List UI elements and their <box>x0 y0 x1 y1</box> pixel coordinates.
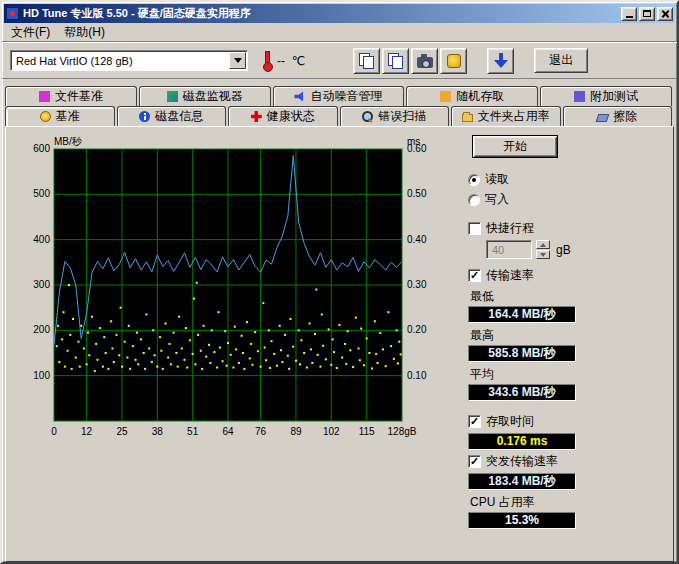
spinner <box>536 240 550 259</box>
share-icon <box>447 54 461 68</box>
svg-text:500: 500 <box>33 188 50 199</box>
drive-select-value: Red Hat VirtIO (128 gB) <box>11 55 229 67</box>
transfer-rate-option[interactable]: ✓ 传输速率 <box>468 267 665 284</box>
avg-label: 平均 <box>470 366 665 383</box>
save-results-button[interactable] <box>487 48 514 74</box>
write-radio[interactable] <box>468 194 480 206</box>
menu-file[interactable]: 文件(F) <box>4 22 57 43</box>
tab-aam[interactable]: 自动噪音管理 <box>273 86 405 106</box>
tab-label: 磁盘监视器 <box>183 88 243 105</box>
short-stroke-checkbox[interactable] <box>468 222 481 235</box>
tab-health[interactable]: 健康状态 <box>228 106 338 126</box>
window-title: HD Tune 专业版 5.50 - 硬盘/固态硬盘实用程序 <box>23 6 251 21</box>
tab-folder-usage[interactable]: 文件夹占用率 <box>451 106 561 126</box>
svg-text:ms: ms <box>407 136 420 147</box>
tab-error-scan[interactable]: 错误扫描 <box>340 106 450 126</box>
access-time-checkbox[interactable]: ✓ <box>468 415 481 428</box>
tab-disk-monitor[interactable]: 磁盘监视器 <box>139 86 271 106</box>
transfer-rate-checkbox[interactable]: ✓ <box>468 269 481 282</box>
tab-row-primary: 基准 磁盘信息 健康状态 错误扫描 文件夹占用率 擦除 <box>2 106 677 126</box>
benchmark-icon <box>40 111 51 122</box>
benchmark-chart: 1002003004005006000.100.200.300.400.500.… <box>14 135 446 441</box>
svg-text:64: 64 <box>222 426 234 437</box>
benchmark-controls: 开始 读取 写入 快捷行程 40 gB <box>454 131 669 561</box>
write-label: 写入 <box>485 191 509 208</box>
avg-value: 343.6 MB/秒 <box>468 384 576 401</box>
read-radio[interactable] <box>468 174 480 186</box>
access-time-option[interactable]: ✓ 存取时间 <box>468 413 665 430</box>
minimize-button[interactable] <box>621 7 637 21</box>
short-stroke-unit: gB <box>556 243 571 257</box>
title-bar: HD Tune 专业版 5.50 - 硬盘/固态硬盘实用程序 <box>4 4 675 23</box>
svg-text:89: 89 <box>290 426 302 437</box>
write-option[interactable]: 写入 <box>468 191 665 208</box>
save-screenshot-button[interactable] <box>411 48 438 74</box>
caption-buttons <box>621 7 673 21</box>
svg-text:100: 100 <box>33 370 50 381</box>
tab-label: 附加测试 <box>590 88 638 105</box>
burst-rate-value: 183.4 MB/秒 <box>468 473 576 490</box>
eraser-icon <box>596 114 610 122</box>
chevron-down-icon <box>234 58 242 63</box>
access-time-value: 0.176 ms <box>468 433 576 450</box>
min-label: 最低 <box>470 288 665 305</box>
maximize-button[interactable] <box>639 7 655 21</box>
svg-text:0.10: 0.10 <box>407 370 427 381</box>
short-stroke-label: 快捷行程 <box>486 220 534 237</box>
copy-text-button[interactable] <box>382 48 409 74</box>
close-icon <box>661 10 669 18</box>
burst-rate-option[interactable]: ✓ 突发传输速率 <box>468 453 665 470</box>
disk-monitor-icon <box>167 91 178 102</box>
tab-label: 健康状态 <box>267 108 315 125</box>
temperature-value: -- ℃ <box>277 54 305 68</box>
copy-image-button[interactable] <box>353 48 380 74</box>
tab-benchmark[interactable]: 基准 <box>5 106 115 126</box>
tab-label: 擦除 <box>613 108 637 125</box>
menu-help[interactable]: 帮助(H) <box>57 22 112 43</box>
toolbar-buttons <box>353 48 514 74</box>
svg-text:0.40: 0.40 <box>407 234 427 245</box>
svg-text:300: 300 <box>33 279 50 290</box>
svg-text:115: 115 <box>359 426 375 437</box>
svg-text:0: 0 <box>51 426 57 437</box>
copy-image-icon <box>359 53 374 68</box>
tab-file-benchmark[interactable]: 文件基准 <box>5 86 137 106</box>
start-button[interactable]: 开始 <box>472 135 558 158</box>
svg-text:25: 25 <box>116 426 128 437</box>
maximize-icon <box>643 10 651 17</box>
exit-button[interactable]: 退出 <box>534 48 588 73</box>
cpu-usage-label: CPU 占用率 <box>470 494 665 511</box>
read-option[interactable]: 读取 <box>468 171 665 188</box>
drive-select[interactable]: Red Hat VirtIO (128 gB) <box>10 50 248 71</box>
tab-label: 随机存取 <box>456 88 504 105</box>
menu-bar: 文件(F) 帮助(H) <box>2 23 677 42</box>
drive-select-arrow-button[interactable] <box>229 52 246 69</box>
tab-extra-tests[interactable]: 附加测试 <box>540 86 672 106</box>
share-button[interactable] <box>440 48 467 74</box>
svg-text:MB/秒: MB/秒 <box>54 136 83 147</box>
close-button[interactable] <box>657 7 673 21</box>
tab-label: 错误扫描 <box>378 108 426 125</box>
tab-label: 文件基准 <box>55 88 103 105</box>
burst-rate-label: 突发传输速率 <box>486 453 558 470</box>
read-label: 读取 <box>485 171 509 188</box>
max-value: 585.8 MB/秒 <box>468 345 576 362</box>
burst-rate-checkbox[interactable]: ✓ <box>468 455 481 468</box>
tab-label: 自动噪音管理 <box>310 88 382 105</box>
short-stroke-value[interactable]: 40 <box>486 240 532 259</box>
tab-erase[interactable]: 擦除 <box>563 106 673 126</box>
spinner-up-button[interactable] <box>536 240 550 249</box>
transfer-rate-label: 传输速率 <box>486 267 534 284</box>
tab-disk-info[interactable]: 磁盘信息 <box>117 106 227 126</box>
spinner-up-icon <box>540 243 546 247</box>
spinner-down-button[interactable] <box>536 250 550 259</box>
chart-area: 1002003004005006000.100.200.300.400.500.… <box>12 131 454 561</box>
camera-icon <box>417 57 433 68</box>
svg-text:12: 12 <box>81 426 93 437</box>
file-benchmark-icon <box>39 91 50 102</box>
tab-random-access[interactable]: 随机存取 <box>406 86 538 106</box>
tab-label: 文件夹占用率 <box>478 108 550 125</box>
app-window: HD Tune 专业版 5.50 - 硬盘/固态硬盘实用程序 文件(F) 帮助(… <box>0 0 679 564</box>
short-stroke-option[interactable]: 快捷行程 <box>468 220 665 237</box>
min-value: 164.4 MB/秒 <box>468 306 576 323</box>
